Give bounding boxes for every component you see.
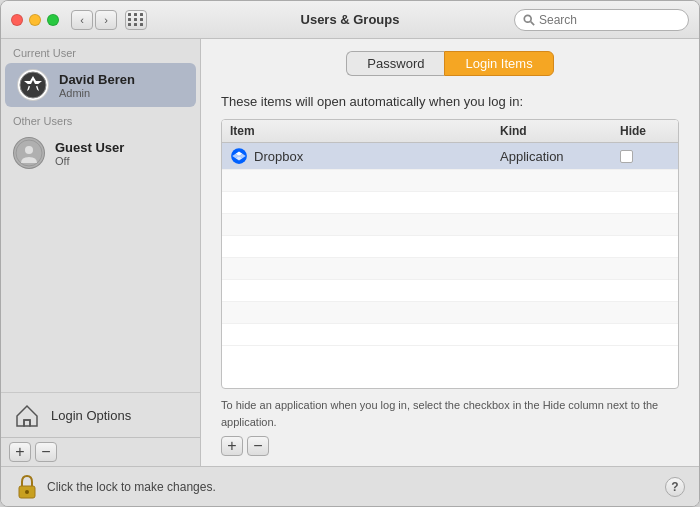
maximize-button[interactable] bbox=[47, 14, 59, 26]
help-button[interactable]: ? bbox=[665, 477, 685, 497]
empty-row bbox=[222, 236, 678, 258]
col-kind: Kind bbox=[500, 124, 620, 138]
right-panel: Password Login Items These items will op… bbox=[201, 39, 699, 466]
window: ‹ › Users & Groups Current User bbox=[0, 0, 700, 507]
login-options-label: Login Options bbox=[51, 408, 131, 423]
table-body: Dropbox Application bbox=[222, 143, 678, 388]
minimize-button[interactable] bbox=[29, 14, 41, 26]
current-user-item[interactable]: David Beren Admin bbox=[5, 63, 196, 107]
svg-point-10 bbox=[25, 490, 29, 494]
svg-line-1 bbox=[531, 21, 534, 24]
item-hide-cell[interactable] bbox=[620, 150, 670, 163]
panel-body: These items will open automatically when… bbox=[201, 84, 699, 466]
table-row[interactable]: Dropbox Application bbox=[222, 143, 678, 170]
tab-password[interactable]: Password bbox=[346, 51, 444, 76]
svg-point-6 bbox=[25, 146, 33, 154]
avatar-icon bbox=[19, 71, 47, 99]
sidebar: Current User David Beren Admin Other Use… bbox=[1, 39, 201, 466]
window-bottom-bar: Click the lock to make changes. ? bbox=[1, 466, 699, 506]
lock-icon-svg bbox=[16, 475, 38, 499]
close-button[interactable] bbox=[11, 14, 23, 26]
hint-text: To hide an application when you log in, … bbox=[221, 397, 679, 430]
main-content: Current User David Beren Admin Other Use… bbox=[1, 39, 699, 466]
hide-checkbox[interactable] bbox=[620, 150, 633, 163]
login-options-item[interactable]: Login Options bbox=[1, 392, 200, 437]
panel-description: These items will open automatically when… bbox=[221, 94, 679, 109]
current-user-role: Admin bbox=[59, 87, 135, 99]
empty-row bbox=[222, 192, 678, 214]
current-user-info: David Beren Admin bbox=[59, 72, 135, 99]
lock-text: Click the lock to make changes. bbox=[47, 480, 665, 494]
guest-user-item[interactable]: Guest User Off bbox=[1, 131, 200, 175]
search-input[interactable] bbox=[539, 13, 680, 27]
item-name: Dropbox bbox=[254, 149, 303, 164]
sidebar-add-button[interactable]: + bbox=[9, 442, 31, 462]
titlebar: ‹ › Users & Groups bbox=[1, 1, 699, 39]
add-item-button[interactable]: + bbox=[221, 436, 243, 456]
login-options-icon bbox=[13, 401, 41, 429]
grid-button[interactable] bbox=[125, 10, 147, 30]
panel-bottom-bar: + − bbox=[221, 430, 679, 456]
current-user-label: Current User bbox=[1, 39, 200, 63]
empty-row bbox=[222, 214, 678, 236]
svg-point-0 bbox=[524, 15, 531, 22]
empty-row bbox=[222, 258, 678, 280]
sidebar-bottom-bar: + − bbox=[1, 437, 200, 466]
window-title: Users & Groups bbox=[301, 12, 400, 27]
svg-rect-7 bbox=[24, 420, 30, 426]
table-header: Item Kind Hide bbox=[222, 120, 678, 143]
guest-user-role: Off bbox=[55, 155, 124, 167]
empty-row bbox=[222, 324, 678, 346]
forward-button[interactable]: › bbox=[95, 10, 117, 30]
house-icon bbox=[14, 402, 40, 428]
item-name-cell: Dropbox bbox=[230, 147, 500, 165]
back-button[interactable]: ‹ bbox=[71, 10, 93, 30]
search-icon bbox=[523, 14, 535, 26]
remove-item-button[interactable]: − bbox=[247, 436, 269, 456]
col-hide: Hide bbox=[620, 124, 670, 138]
dropbox-icon bbox=[230, 147, 248, 165]
item-kind-cell: Application bbox=[500, 149, 620, 164]
empty-row bbox=[222, 170, 678, 192]
other-users-label: Other Users bbox=[1, 107, 200, 131]
empty-row bbox=[222, 280, 678, 302]
empty-row bbox=[222, 302, 678, 324]
nav-buttons: ‹ › bbox=[71, 10, 117, 30]
avatar bbox=[17, 69, 49, 101]
sidebar-remove-button[interactable]: − bbox=[35, 442, 57, 462]
tabs-row: Password Login Items bbox=[201, 39, 699, 84]
tab-login-items[interactable]: Login Items bbox=[444, 51, 553, 76]
search-box[interactable] bbox=[514, 9, 689, 31]
lock-button[interactable] bbox=[15, 475, 39, 499]
items-table: Item Kind Hide bbox=[221, 119, 679, 389]
guest-user-name: Guest User bbox=[55, 140, 124, 155]
guest-user-info: Guest User Off bbox=[55, 140, 124, 167]
current-user-name: David Beren bbox=[59, 72, 135, 87]
col-item: Item bbox=[230, 124, 500, 138]
guest-avatar-icon bbox=[15, 139, 43, 167]
traffic-lights bbox=[11, 14, 59, 26]
guest-avatar bbox=[13, 137, 45, 169]
